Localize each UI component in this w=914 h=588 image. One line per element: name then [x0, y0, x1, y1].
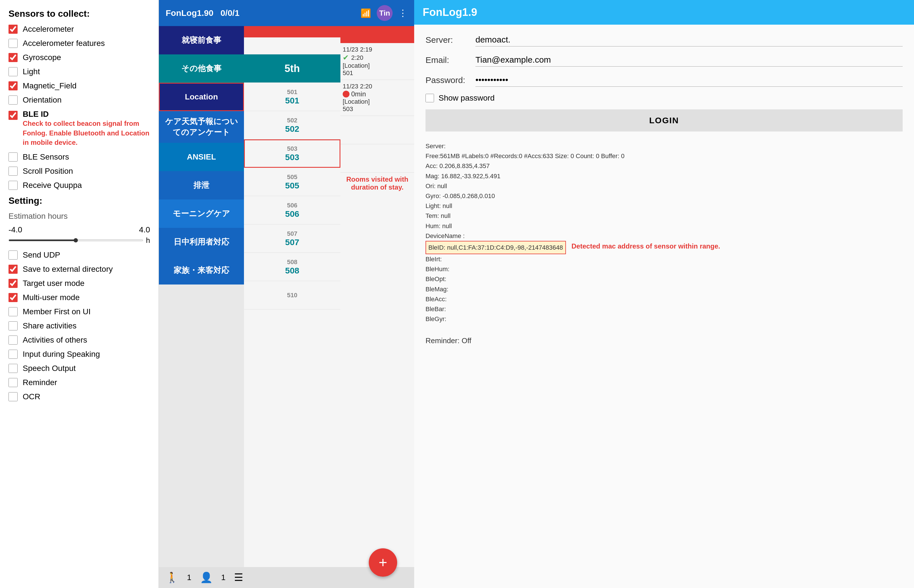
input-speaking-checkbox[interactable] [8, 350, 18, 359]
activity-item-8[interactable]: 家族・来客対応 [159, 256, 244, 284]
password-input[interactable] [475, 73, 903, 87]
gyroscope-checkbox[interactable] [8, 53, 18, 62]
show-password-row[interactable]: Show password [426, 94, 903, 103]
room-row-505[interactable]: 505 505 [244, 168, 340, 196]
target-user-checkbox[interactable] [8, 279, 18, 288]
room-row-5th[interactable]: 5th [244, 54, 340, 83]
slider-min: -4.0 [8, 225, 22, 234]
accelerometer-checkbox[interactable] [8, 25, 18, 34]
setting-speech-output[interactable]: Speech Output [8, 364, 150, 373]
share-activities-checkbox[interactable] [8, 321, 18, 330]
sensor-accelerometer[interactable]: Accelerometer [8, 25, 150, 34]
show-password-checkbox[interactable] [426, 94, 434, 102]
sensor-light[interactable]: Light [8, 67, 150, 76]
setting-save-external[interactable]: Save to external directory [8, 265, 150, 274]
right-panel-title: FonLog1.9 [423, 6, 477, 18]
fab-button[interactable]: + [369, 548, 397, 577]
light-label: Light [23, 67, 40, 76]
ble-id-row[interactable]: BLE ID Check to collect beacon signal fr… [8, 110, 150, 147]
setting-share-activities[interactable]: Share activities [8, 321, 150, 330]
sensor-orientation[interactable]: Orientation [8, 95, 150, 105]
ble-id-checkbox[interactable] [8, 111, 18, 120]
speech-output-checkbox[interactable] [8, 364, 18, 373]
email-input[interactable] [475, 53, 903, 66]
ble-id-label: BLE ID [23, 110, 150, 119]
multi-user-checkbox[interactable] [8, 293, 18, 302]
walker-icon: 🚶 [166, 572, 178, 583]
activity-item-3[interactable]: ケア天気予報についてのアンケート [159, 111, 244, 143]
activity-item-0[interactable]: 就寝前食事 [159, 26, 244, 54]
room-row-508[interactable]: 508 508 [244, 253, 340, 281]
magnetic-field-checkbox[interactable] [8, 81, 18, 90]
setting-input-speaking[interactable]: Input during Speaking [8, 350, 150, 359]
room-row-506[interactable]: 506 506 [244, 196, 340, 225]
password-row: Password: [426, 73, 903, 87]
walker-count: 1 [187, 573, 191, 582]
room-row-501[interactable]: 501 501 [244, 83, 340, 111]
multi-user-label: Multi-user mode [23, 293, 80, 302]
activity-item-1[interactable]: その他食事 [159, 54, 244, 83]
setting-multi-user[interactable]: Multi-user mode [8, 293, 150, 302]
setting-target-user[interactable]: Target user mode [8, 279, 150, 288]
sensor-ble-sensors[interactable]: BLE Sensors [8, 152, 150, 162]
debug-line4: Ori: null [426, 181, 903, 191]
sensor-magnetic-field[interactable]: Magnetic_Field [8, 81, 150, 90]
sensor-gyroscope[interactable]: Gyroscope [8, 53, 150, 62]
room-row-507[interactable]: 507 507 [244, 225, 340, 253]
ble-gyr: BleGyr: [426, 314, 903, 324]
reminder-checkbox[interactable] [8, 378, 18, 387]
ble-sensors-checkbox[interactable] [8, 152, 18, 162]
activities-others-label: Activities of others [23, 336, 87, 344]
login-button[interactable]: LOGIN [426, 109, 903, 131]
rooms-visited-message: Rooms visited with duration of stay. [340, 173, 414, 194]
avatar[interactable]: Tin [377, 5, 392, 21]
server-input[interactable] [475, 33, 903, 47]
recording-indicator: 0min [343, 90, 412, 98]
receive-quuppa-label: Receive Quuppa [23, 181, 82, 190]
accelerometer-features-label: Accelerometer features [23, 39, 105, 48]
setting-section: Setting: Estimation hours -4.0 4.0 h Sen… [8, 195, 150, 401]
avatar-text: Tin [379, 9, 391, 18]
info-block-3 [340, 144, 414, 173]
ocr-checkbox[interactable] [8, 392, 18, 401]
filter-icon[interactable]: ☰ [234, 572, 243, 583]
activity-item-5[interactable]: 排泄 [159, 171, 244, 199]
receive-quuppa-checkbox[interactable] [8, 181, 18, 190]
room-row-510[interactable]: 510 [244, 281, 340, 309]
ble-irt: BleIrt: [426, 254, 903, 264]
ble-highlight: BleID: null,C1:FA:37:1D:C4:D9,-98,-21474… [426, 241, 566, 254]
orientation-checkbox[interactable] [8, 95, 18, 105]
save-external-checkbox[interactable] [8, 265, 18, 274]
debug-info: Server: Free:561MB #Labels:0 #Records:0 … [426, 141, 903, 324]
activity-item-6[interactable]: モーニングケア [159, 199, 244, 228]
ble-warning: Check to collect beacon signal from Fonl… [23, 119, 150, 147]
sensor-accelerometer-features[interactable]: Accelerometer features [8, 39, 150, 48]
scroll-position-checkbox[interactable] [8, 166, 18, 176]
room-row-502[interactable]: 502 502 [244, 111, 340, 139]
member-first-checkbox[interactable] [8, 307, 18, 316]
activity-item-7[interactable]: 日中利用者対応 [159, 228, 244, 256]
light-checkbox[interactable] [8, 67, 18, 76]
activity-item-4[interactable]: ANSIEL [159, 143, 244, 171]
accelerometer-label: Accelerometer [23, 25, 74, 34]
setting-send-udp[interactable]: Send UDP [8, 250, 150, 260]
setting-member-first[interactable]: Member First on UI [8, 307, 150, 316]
setting-reminder[interactable]: Reminder [8, 378, 150, 387]
member-first-label: Member First on UI [23, 307, 91, 316]
menu-icon[interactable]: ⋮ [398, 8, 407, 18]
room-row-0[interactable] [244, 37, 340, 54]
setting-activities-others[interactable]: Activities of others [8, 336, 150, 344]
estimation-slider[interactable] [8, 239, 143, 241]
room-row-503[interactable]: 503 503 [244, 139, 340, 168]
activities-others-checkbox[interactable] [8, 336, 18, 344]
sensor-scroll-position[interactable]: Scroll Position [8, 166, 150, 176]
password-label: Password: [426, 75, 471, 85]
info-block-0: 11/23 2:19 ✔ 2:20 [Location] 501 [340, 43, 414, 80]
send-udp-checkbox[interactable] [8, 250, 18, 260]
debug-line9: DeviceName : [426, 231, 903, 241]
scroll-position-label: Scroll Position [23, 166, 73, 176]
activity-item-location[interactable]: Location [159, 83, 244, 111]
accelerometer-features-checkbox[interactable] [8, 39, 18, 48]
sensor-receive-quuppa[interactable]: Receive Quuppa [8, 181, 150, 190]
setting-ocr[interactable]: OCR [8, 392, 150, 401]
